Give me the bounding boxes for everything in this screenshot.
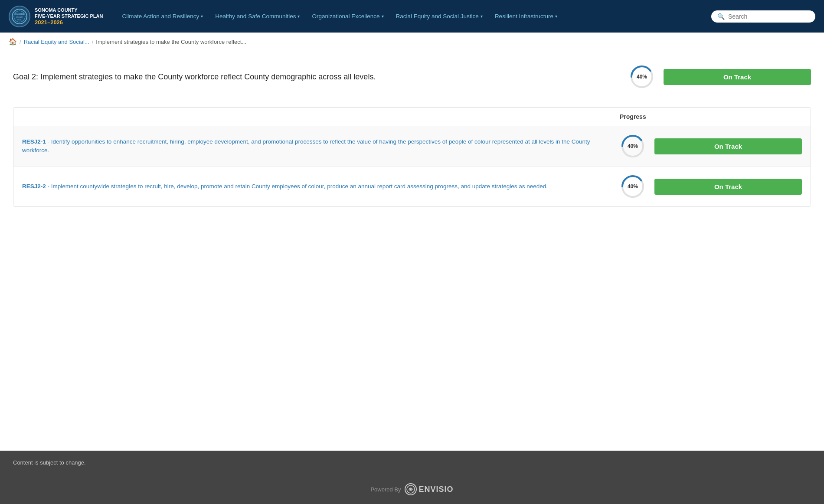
county-name: SONOMA COUNTY	[35, 7, 103, 13]
footer-disclaimer-text: Content is subject to change.	[13, 459, 86, 466]
table-row: RESJ2-1 - Identify opportunities to enha…	[13, 126, 811, 167]
nav-item-climate[interactable]: Climate Action and Resiliency ▾	[116, 9, 209, 24]
envisio-logo: ENVISIO	[405, 483, 454, 495]
search-icon: 🔍	[717, 13, 725, 20]
breadcrumb: 🏠 / Racial Equity and Social... / Implem…	[0, 33, 824, 51]
search-input-wrap: 🔍	[711, 10, 815, 23]
chevron-down-icon: ▾	[382, 14, 384, 19]
strategy-1-status-button[interactable]: On Track	[654, 138, 802, 154]
table-header-row: Progress	[13, 108, 811, 126]
goal-title: Goal 2: Implement strategies to make the…	[13, 72, 629, 82]
nav-item-org[interactable]: Organizational Excellence ▾	[306, 9, 389, 24]
strategy-actions-1: 40% On Track	[620, 133, 802, 159]
nav-item-resilient[interactable]: Resilient Infrastructure ▾	[489, 9, 563, 24]
nav-links: Climate Action and Resiliency ▾ Healthy …	[116, 9, 711, 24]
brand-text-block: SONOMA COUNTY FIVE-YEAR STRATEGIC PLAN 2…	[35, 7, 103, 26]
strategy-2-pct-label: 40%	[628, 183, 638, 190]
strategy-text-1: RESJ2-1 - Identify opportunities to enha…	[22, 137, 611, 155]
main-content: Goal 2: Implement strategies to make the…	[0, 51, 824, 451]
envisio-icon	[405, 483, 417, 495]
nav-item-healthy[interactable]: Healthy and Safe Communities ▾	[209, 9, 306, 24]
strategy-desc-2: - Implement countywide strategies to rec…	[48, 183, 548, 190]
chevron-down-icon: ▾	[201, 14, 203, 19]
goal-circular-progress: 40%	[629, 64, 655, 90]
breadcrumb-section-link[interactable]: Racial Equity and Social...	[24, 39, 89, 45]
breadcrumb-current-page: Implement strategies to make the County …	[96, 39, 246, 45]
strategy-2-circular-progress: 40%	[620, 173, 646, 200]
goal-pct-label: 40%	[637, 74, 647, 80]
plan-name: FIVE-YEAR STRATEGIC PLAN	[35, 13, 103, 19]
powered-by-label: Powered By	[370, 486, 401, 493]
chevron-down-icon: ▾	[555, 14, 557, 19]
search-input[interactable]	[728, 13, 809, 20]
footer-brand-bar: Powered By ENVISIO	[0, 475, 824, 504]
goal-progress-area: 40% On Track	[629, 64, 811, 90]
strategy-id-2: RESJ2-2	[22, 183, 46, 190]
goal-header: Goal 2: Implement strategies to make the…	[13, 59, 811, 94]
strategy-actions-2: 40% On Track	[620, 173, 802, 200]
strategies-table: Progress RESJ2-1 - Identify opportunitie…	[13, 107, 811, 207]
goal-status-button[interactable]: On Track	[664, 69, 811, 85]
navbar: SONOMA COUNTY SEAL SONOMA COUNTY FIVE-YE…	[0, 0, 824, 33]
search-box: 🔍	[711, 10, 815, 23]
chevron-down-icon: ▾	[298, 14, 300, 19]
strategy-id-1: RESJ2-1	[22, 138, 46, 145]
strategy-2-status-button[interactable]: On Track	[654, 179, 802, 195]
breadcrumb-separator-1: /	[20, 39, 21, 45]
county-seal: SONOMA COUNTY SEAL	[9, 6, 30, 27]
strategy-1-pct-label: 40%	[628, 143, 638, 149]
svg-text:COUNTY: COUNTY	[16, 16, 23, 18]
svg-point-12	[410, 488, 412, 490]
svg-text:SEAL: SEAL	[17, 19, 22, 21]
breadcrumb-separator-2: /	[92, 39, 94, 45]
svg-text:SONOMA: SONOMA	[15, 13, 25, 16]
plan-year: 2021–2026	[35, 19, 103, 26]
brand-logo-area: SONOMA COUNTY SEAL SONOMA COUNTY FIVE-YE…	[9, 6, 103, 27]
chevron-down-icon: ▾	[481, 14, 483, 19]
footer: Content is subject to change. Powered By…	[0, 451, 824, 504]
breadcrumb-home-link[interactable]: 🏠	[9, 38, 17, 46]
envisio-brand-name: ENVISIO	[419, 485, 454, 494]
progress-column-header: Progress	[620, 113, 646, 120]
nav-item-racial[interactable]: Racial Equity and Social Justice ▾	[390, 9, 489, 24]
footer-disclaimer-bar: Content is subject to change.	[0, 451, 824, 475]
strategy-text-2: RESJ2-2 - Implement countywide strategie…	[22, 182, 611, 191]
strategy-desc-1: - Identify opportunities to enhance recr…	[22, 138, 590, 154]
table-row: RESJ2-2 - Implement countywide strategie…	[13, 167, 811, 206]
strategy-1-circular-progress: 40%	[620, 133, 646, 159]
